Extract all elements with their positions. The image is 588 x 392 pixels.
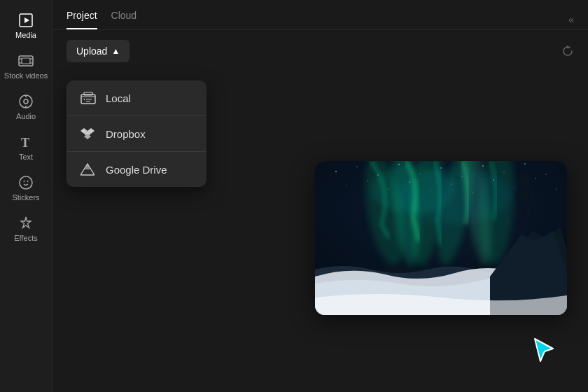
sidebar-item-text[interactable]: T Text	[1, 127, 50, 167]
collapse-icon[interactable]: «	[568, 14, 574, 25]
main-panel: Project Cloud « Upload ▲	[52, 0, 588, 392]
svg-rect-2	[19, 56, 33, 66]
stickers-icon	[18, 175, 34, 190]
svg-point-57	[371, 164, 455, 214]
svg-rect-3	[22, 58, 30, 64]
dropdown-item-dropbox[interactable]: Dropbox	[66, 116, 206, 152]
sidebar-item-label-stickers: Stickers	[12, 193, 39, 202]
dropdown-item-local-label: Local	[106, 92, 131, 104]
svg-point-35	[482, 165, 484, 167]
header-tabs: Project Cloud «	[52, 0, 588, 30]
sidebar: Media Stock videos Audio	[0, 0, 52, 392]
upload-bar: Upload ▲	[52, 30, 588, 72]
tabs-container: Project Cloud	[66, 10, 136, 29]
svg-point-13	[20, 176, 32, 189]
text-icon: T	[18, 134, 34, 150]
sidebar-item-stock-videos[interactable]: Stock videos	[1, 46, 50, 85]
tab-cloud[interactable]: Cloud	[111, 10, 137, 29]
upload-label: Upload	[76, 46, 107, 57]
sidebar-item-label-stock: Stock videos	[4, 71, 48, 80]
audio-icon	[18, 94, 34, 109]
media-icon	[18, 13, 34, 28]
svg-rect-62	[522, 173, 528, 178]
sidebar-item-effects[interactable]: Effects	[1, 209, 50, 248]
svg-point-49	[556, 189, 557, 190]
refresh-icon[interactable]	[561, 45, 574, 57]
svg-point-29	[356, 166, 357, 167]
svg-point-39	[346, 186, 347, 186]
upload-dropdown: Local Dropbox Google Drive	[66, 80, 206, 187]
dropbox-icon	[80, 127, 96, 140]
svg-point-15	[27, 181, 29, 182]
sidebar-item-label-media: Media	[15, 31, 36, 39]
svg-point-38	[545, 174, 546, 174]
sidebar-item-label-text: Text	[19, 153, 33, 161]
svg-point-14	[24, 181, 25, 182]
svg-text:T: T	[21, 136, 29, 150]
svg-point-18	[84, 99, 85, 100]
local-icon	[80, 92, 96, 104]
upload-caret-icon: ▲	[111, 46, 120, 56]
dropdown-item-dropbox-label: Dropbox	[106, 128, 146, 140]
cursor-arrow-icon	[533, 337, 559, 363]
preview-image	[315, 161, 567, 315]
svg-marker-1	[24, 18, 29, 23]
upload-button[interactable]: Upload ▲	[66, 40, 130, 62]
svg-point-59	[520, 187, 530, 198]
svg-point-47	[514, 188, 515, 188]
svg-point-48	[535, 178, 536, 178]
sidebar-item-label-audio: Audio	[16, 112, 36, 120]
dropdown-item-google-drive-label: Google Drive	[106, 164, 167, 176]
effects-icon	[18, 216, 34, 231]
sidebar-item-stickers[interactable]: Stickers	[1, 168, 50, 207]
sidebar-item-label-effects: Effects	[14, 234, 37, 242]
google-drive-icon	[80, 163, 96, 176]
svg-marker-63	[535, 339, 553, 361]
tab-project[interactable]: Project	[66, 10, 97, 29]
dropdown-item-google-drive[interactable]: Google Drive	[66, 152, 206, 187]
svg-point-28	[335, 171, 337, 172]
dropdown-item-local[interactable]: Local	[66, 80, 206, 116]
svg-point-37	[524, 163, 525, 164]
svg-point-9	[24, 99, 28, 104]
stock-videos-icon	[18, 53, 34, 69]
sidebar-item-media[interactable]: Media	[1, 6, 50, 45]
sidebar-item-audio[interactable]: Audio	[1, 87, 50, 126]
